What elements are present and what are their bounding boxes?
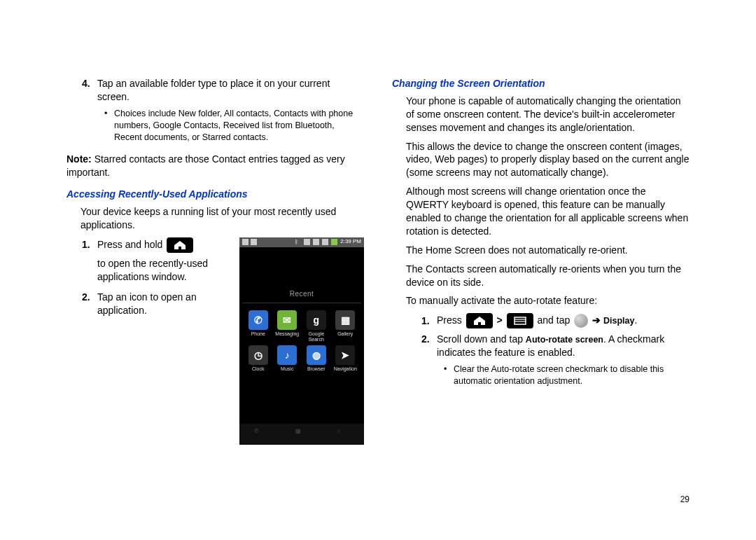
two-column-layout: 4. Tap an available folder type to place…: [66, 77, 690, 445]
step1-line1: Press and hold: [97, 237, 195, 253]
recent-label: Recent: [239, 289, 364, 299]
r1-andtap: and tap: [538, 314, 570, 326]
status-time: 2:39 PM: [340, 238, 361, 246]
app-label: Messaging: [275, 331, 299, 341]
arrow-icon: ➔: [592, 314, 601, 326]
r1-press: Press: [437, 314, 462, 326]
step-number: 1.: [421, 314, 437, 328]
step-number: 2.: [421, 333, 437, 359]
subheading-orientation: Changing the Screen Orientation: [392, 77, 690, 90]
right-step1-content: Press > and tap ➔ Display.: [437, 313, 637, 328]
recent-app-grid: ✆Phone✉MessaginggGoogle Search▦Gallery◷C…: [239, 310, 364, 376]
home-key-icon: [167, 237, 193, 253]
auto-rotate-label: Auto-rotate screen: [526, 335, 603, 345]
recent-app-item: ✆Phone: [244, 310, 273, 341]
note-label: Note:: [66, 153, 92, 165]
right-bullet-text: Clear the Auto-rotate screen checkmark t…: [454, 364, 690, 387]
status-indicator-icon: [251, 239, 257, 245]
r2-a: Scroll down and tap: [437, 333, 526, 345]
wifi-icon: [313, 239, 319, 245]
gt-symbol: >: [497, 314, 503, 326]
bullet-mark: •: [104, 108, 114, 144]
subheading-recent-apps: Accessing Recently-Used Applications: [66, 188, 364, 201]
status-indicator-icon: [242, 239, 248, 245]
orientation-p6: To manually activate the auto-rotate fea…: [406, 294, 690, 307]
step1-text-a: Press and hold: [97, 239, 162, 250]
app-icon: ✆: [248, 310, 268, 330]
phone-nav-bar: ✆ ▦ ⌂: [239, 424, 364, 445]
bullet-mark: •: [444, 364, 454, 387]
app-icon: g: [307, 310, 326, 330]
orientation-p5: The Contacts screen automatically re-ori…: [406, 263, 690, 289]
app-icon: ▦: [335, 310, 355, 330]
step-4: 4. Tap an available folder type to place…: [82, 77, 364, 143]
step-number: 4.: [82, 77, 97, 104]
app-label: Navigation: [334, 366, 357, 376]
phone-screenshot: ᛒ 2:39 PM Recent ✆Phone✉MessaginggGoogle…: [239, 237, 364, 445]
recent-app-item: ♪Music: [273, 345, 302, 376]
app-icon: ♪: [277, 345, 297, 365]
right-column: Changing the Screen Orientation Your pho…: [392, 77, 690, 445]
recent-app-item: gGoogle Search: [302, 310, 331, 341]
nav-home-icon: ⌂: [337, 428, 349, 441]
nav-phone-icon: ✆: [254, 428, 267, 441]
note-text: Starred contacts are those Contact entri…: [66, 153, 345, 178]
step-number: 1.: [82, 238, 97, 251]
app-label: Phone: [251, 331, 265, 341]
right-steps: 1. Press > and tap ➔ Display.: [421, 313, 690, 387]
bluetooth-icon: ᛒ: [295, 239, 301, 245]
recent-app-item: ◍Browser: [302, 345, 331, 376]
app-label: Music: [281, 366, 293, 376]
app-icon: ◍: [307, 345, 326, 365]
orientation-p4: The Home Screen does not automatically r…: [406, 244, 690, 257]
home-key-icon: [466, 313, 493, 328]
app-icon: ✉: [277, 310, 297, 330]
left-column: 4. Tap an available folder type to place…: [66, 77, 364, 445]
period: .: [634, 314, 637, 326]
svg-rect-0: [514, 317, 526, 324]
recent-app-item: ✉Messaging: [273, 310, 302, 341]
right-bullet: • Clear the Auto-rotate screen checkmark…: [444, 364, 690, 387]
app-label: Browser: [307, 366, 326, 376]
app-label: Google Search: [302, 331, 331, 341]
battery-icon: [331, 239, 337, 245]
app-label: Gallery: [337, 331, 353, 341]
note-block: Note: Starred contacts are those Contact…: [66, 153, 364, 179]
recent-divider: [242, 303, 361, 303]
recent-app-item: ➤Navigation: [331, 345, 360, 376]
intro-recent-apps: Your device keeps a running list of your…: [80, 205, 364, 232]
recent-app-item: ▦Gallery: [331, 310, 360, 341]
signal-bars-icon: [322, 239, 328, 245]
signal-icon: [304, 239, 310, 245]
orientation-p1: Your phone is capable of automatically c…: [406, 95, 690, 134]
step-4-bullet: • Choices include New folder, All contac…: [104, 108, 364, 144]
menu-key-icon: [507, 313, 533, 328]
step2-text: Tap an icon to open an application.: [97, 291, 232, 317]
manual-page: 4. Tap an available folder type to place…: [0, 0, 756, 540]
orientation-p3: Although most screens will change orient…: [406, 185, 690, 238]
bullet-text: Choices include New folder, All contacts…: [114, 108, 364, 144]
right-step2-content: Scroll down and tap Auto-rotate screen. …: [437, 333, 690, 359]
nav-apps-icon: ▦: [295, 428, 308, 441]
settings-gear-icon: [574, 314, 588, 328]
display-label: Display: [603, 316, 634, 326]
app-icon: ◷: [248, 345, 268, 365]
phone-status-bar: ᛒ 2:39 PM: [239, 237, 364, 247]
app-icon: ➤: [335, 345, 355, 365]
step-number: 2.: [82, 291, 97, 317]
step-text: Tap an available folder type to place it…: [97, 77, 364, 104]
page-number: 29: [680, 494, 690, 505]
app-label: Clock: [252, 366, 265, 376]
recent-app-item: ◷Clock: [244, 345, 273, 376]
orientation-p2: This allows the device to change the ons…: [406, 140, 690, 180]
